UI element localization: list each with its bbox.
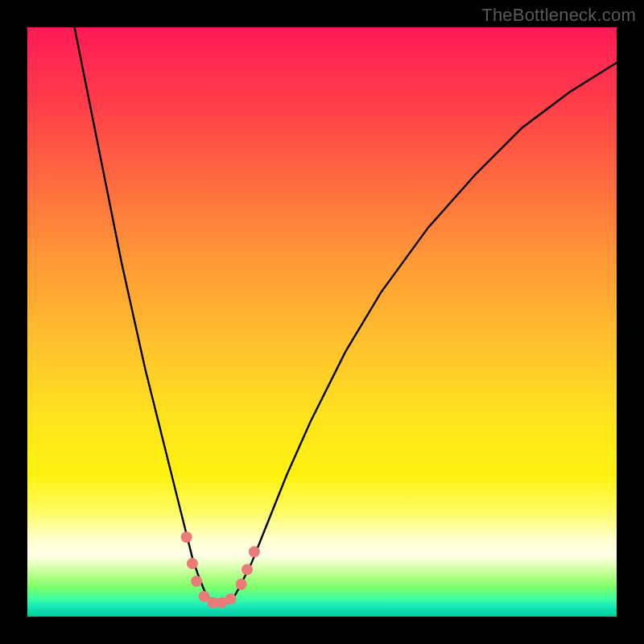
marker-left-lower: [191, 576, 202, 587]
marker-right-upper: [249, 546, 260, 557]
chart-svg: [27, 27, 617, 617]
plot-area: [27, 27, 617, 617]
marker-left-mid: [187, 558, 198, 569]
marker-left-upper: [181, 531, 192, 543]
curve-markers: [181, 531, 260, 608]
watermark-text: TheBottleneck.com: [481, 5, 636, 26]
marker-right-mid: [242, 564, 253, 575]
marker-right-lower: [236, 579, 247, 590]
chart-frame: TheBottleneck.com: [0, 0, 644, 644]
bottleneck-curve: [75, 27, 617, 605]
marker-trough-4: [225, 593, 237, 605]
